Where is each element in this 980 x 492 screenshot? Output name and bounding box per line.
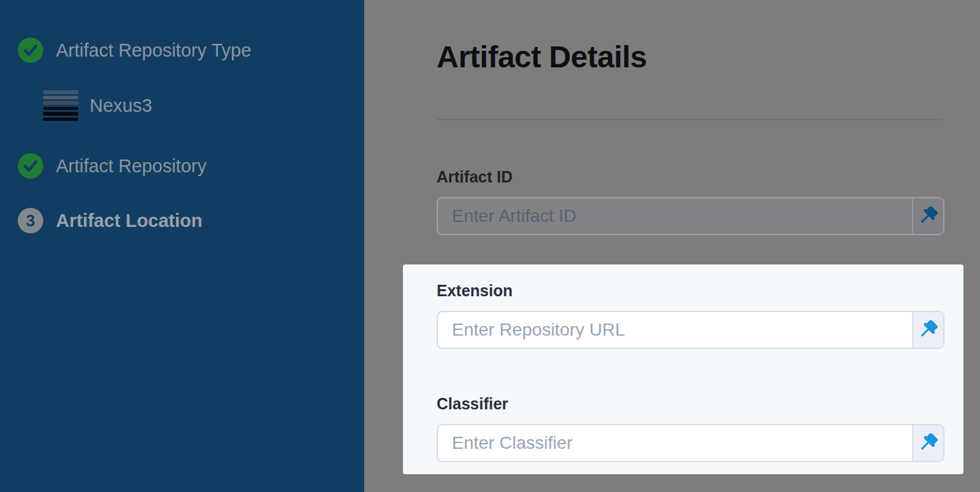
classifier-label: Classifier	[437, 395, 944, 413]
step-complete-check-icon	[18, 38, 43, 63]
step-label: Artifact Repository	[56, 156, 207, 177]
sidebar-step-artifact-repository-type[interactable]: Artifact Repository Type	[18, 38, 251, 63]
step-complete-check-icon	[18, 153, 43, 179]
nexus3-logo-icon	[43, 90, 78, 121]
sidebar-step-artifact-location[interactable]: 3 Artifact Location	[18, 208, 202, 233]
step-label: Artifact Location	[56, 210, 202, 231]
tour-spotlight-box: Extension Classifier	[403, 264, 963, 474]
artifact-wizard-screen: Artifact Repository Type Nexus3 Artifact…	[0, 0, 980, 492]
extension-label: Extension	[437, 282, 944, 300]
step-number-badge: 3	[18, 208, 43, 233]
extension-input[interactable]	[438, 312, 912, 348]
classifier-field-group: Classifier	[437, 395, 944, 462]
pushpin-icon	[918, 434, 938, 453]
title-divider	[437, 119, 943, 120]
artifact-id-label: Artifact ID	[437, 168, 944, 186]
artifact-id-pin-button[interactable]	[912, 198, 943, 234]
artifact-id-field-group: Artifact ID	[437, 168, 944, 235]
step-label: Artifact Repository Type	[56, 40, 251, 61]
artifact-id-input-wrap	[437, 197, 944, 235]
pushpin-icon	[918, 320, 938, 340]
extension-input-wrap	[437, 311, 944, 349]
page-title: Artifact Details	[437, 39, 647, 74]
extension-pin-button[interactable]	[912, 312, 943, 348]
wizard-step-sidebar: Artifact Repository Type Nexus3 Artifact…	[0, 0, 364, 492]
sidebar-substep-nexus3[interactable]: Nexus3	[43, 90, 152, 121]
pushpin-icon	[918, 207, 938, 226]
classifier-input[interactable]	[438, 425, 912, 461]
classifier-pin-button[interactable]	[912, 425, 943, 461]
extension-field-group: Extension	[437, 282, 944, 349]
sidebar-step-artifact-repository[interactable]: Artifact Repository	[18, 153, 207, 179]
classifier-input-wrap	[437, 424, 944, 462]
substep-label: Nexus3	[90, 95, 152, 116]
artifact-id-input[interactable]	[438, 198, 912, 234]
